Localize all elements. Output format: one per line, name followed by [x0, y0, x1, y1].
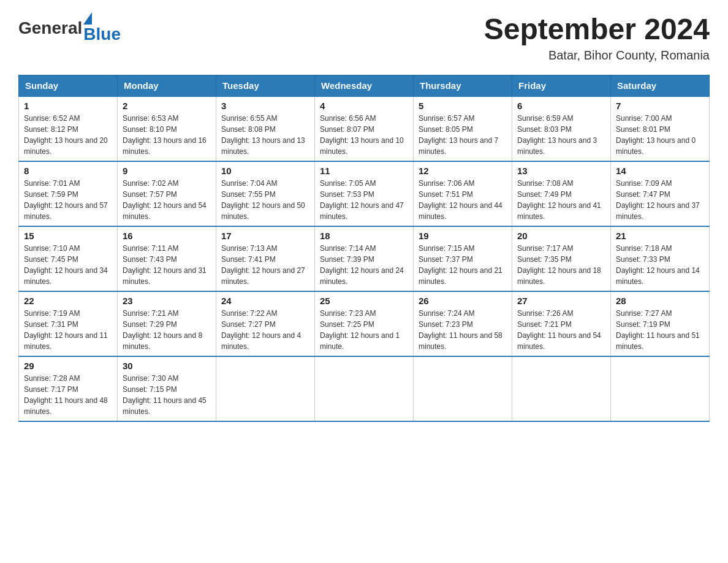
calendar-cell: 23 Sunrise: 7:21 AMSunset: 7:29 PMDaylig…: [118, 291, 216, 356]
day-number: 6: [517, 101, 605, 111]
calendar-week-row: 22 Sunrise: 7:19 AMSunset: 7:31 PMDaylig…: [19, 291, 710, 356]
day-number: 12: [419, 166, 507, 176]
calendar-cell: 22 Sunrise: 7:19 AMSunset: 7:31 PMDaylig…: [19, 291, 118, 356]
location-text: Batar, Bihor County, Romania: [484, 48, 710, 63]
day-number: 27: [517, 296, 605, 306]
calendar-cell: 9 Sunrise: 7:02 AMSunset: 7:57 PMDayligh…: [118, 161, 216, 226]
header-row: Sunday Monday Tuesday Wednesday Thursday…: [19, 75, 710, 97]
day-info: Sunrise: 7:04 AMSunset: 7:55 PMDaylight:…: [221, 179, 305, 221]
calendar-cell: [414, 356, 512, 421]
day-number: 21: [616, 231, 704, 241]
day-info: Sunrise: 6:56 AMSunset: 8:07 PMDaylight:…: [320, 114, 404, 156]
day-info: Sunrise: 7:21 AMSunset: 7:29 PMDaylight:…: [123, 309, 202, 351]
logo: General Blue: [18, 12, 121, 44]
header-sunday: Sunday: [19, 75, 118, 97]
day-number: 13: [517, 166, 605, 176]
header-saturday: Saturday: [611, 75, 710, 97]
day-number: 28: [616, 296, 704, 306]
day-info: Sunrise: 7:06 AMSunset: 7:51 PMDaylight:…: [419, 179, 502, 221]
calendar-week-row: 8 Sunrise: 7:01 AMSunset: 7:59 PMDayligh…: [19, 161, 710, 226]
calendar-cell: 25 Sunrise: 7:23 AMSunset: 7:25 PMDaylig…: [315, 291, 414, 356]
day-number: 8: [24, 166, 112, 176]
calendar-cell: [315, 356, 414, 421]
day-info: Sunrise: 7:15 AMSunset: 7:37 PMDaylight:…: [419, 244, 502, 286]
header-friday: Friday: [512, 75, 611, 97]
day-info: Sunrise: 7:26 AMSunset: 7:21 PMDaylight:…: [517, 309, 601, 351]
day-number: 14: [616, 166, 704, 176]
day-info: Sunrise: 7:18 AMSunset: 7:33 PMDaylight:…: [616, 244, 700, 286]
day-info: Sunrise: 7:24 AMSunset: 7:23 PMDaylight:…: [419, 309, 502, 351]
calendar-cell: 10 Sunrise: 7:04 AMSunset: 7:55 PMDaylig…: [216, 161, 315, 226]
calendar-cell: 16 Sunrise: 7:11 AMSunset: 7:43 PMDaylig…: [118, 226, 216, 291]
day-info: Sunrise: 7:02 AMSunset: 7:57 PMDaylight:…: [123, 179, 207, 221]
day-info: Sunrise: 7:23 AMSunset: 7:25 PMDaylight:…: [320, 309, 400, 351]
calendar-week-row: 29 Sunrise: 7:28 AMSunset: 7:17 PMDaylig…: [19, 356, 710, 421]
day-number: 24: [221, 296, 309, 306]
calendar-cell: 17 Sunrise: 7:13 AMSunset: 7:41 PMDaylig…: [216, 226, 315, 291]
day-number: 3: [221, 101, 309, 111]
day-number: 25: [320, 296, 408, 306]
day-info: Sunrise: 7:13 AMSunset: 7:41 PMDaylight:…: [221, 244, 305, 286]
calendar-cell: 14 Sunrise: 7:09 AMSunset: 7:47 PMDaylig…: [611, 161, 710, 226]
day-number: 20: [517, 231, 605, 241]
calendar-cell: 26 Sunrise: 7:24 AMSunset: 7:23 PMDaylig…: [414, 291, 512, 356]
day-info: Sunrise: 7:17 AMSunset: 7:35 PMDaylight:…: [517, 244, 601, 286]
day-info: Sunrise: 7:01 AMSunset: 7:59 PMDaylight:…: [24, 179, 108, 221]
day-info: Sunrise: 7:30 AMSunset: 7:15 PMDaylight:…: [123, 374, 207, 416]
day-info: Sunrise: 6:59 AMSunset: 8:03 PMDaylight:…: [517, 114, 597, 156]
day-number: 5: [419, 101, 507, 111]
day-number: 10: [221, 166, 309, 176]
calendar-cell: 30 Sunrise: 7:30 AMSunset: 7:15 PMDaylig…: [118, 356, 216, 421]
calendar-cell: 13 Sunrise: 7:08 AMSunset: 7:49 PMDaylig…: [512, 161, 611, 226]
page-header: General Blue September 2024 Batar, Bihor…: [18, 12, 710, 63]
day-number: 17: [221, 231, 309, 241]
calendar-cell: 2 Sunrise: 6:53 AMSunset: 8:10 PMDayligh…: [118, 96, 216, 161]
calendar-cell: 18 Sunrise: 7:14 AMSunset: 7:39 PMDaylig…: [315, 226, 414, 291]
calendar-cell: [611, 356, 710, 421]
day-info: Sunrise: 7:27 AMSunset: 7:19 PMDaylight:…: [616, 309, 700, 351]
day-info: Sunrise: 7:00 AMSunset: 8:01 PMDaylight:…: [616, 114, 696, 156]
calendar-cell: 29 Sunrise: 7:28 AMSunset: 7:17 PMDaylig…: [19, 356, 118, 421]
calendar-cell: 12 Sunrise: 7:06 AMSunset: 7:51 PMDaylig…: [414, 161, 512, 226]
day-info: Sunrise: 7:10 AMSunset: 7:45 PMDaylight:…: [24, 244, 108, 286]
calendar-cell: 19 Sunrise: 7:15 AMSunset: 7:37 PMDaylig…: [414, 226, 512, 291]
calendar-cell: 28 Sunrise: 7:27 AMSunset: 7:19 PMDaylig…: [611, 291, 710, 356]
day-info: Sunrise: 7:14 AMSunset: 7:39 PMDaylight:…: [320, 244, 404, 286]
calendar-cell: [216, 356, 315, 421]
header-tuesday: Tuesday: [216, 75, 315, 97]
day-number: 15: [24, 231, 112, 241]
calendar-cell: [512, 356, 611, 421]
day-number: 29: [24, 361, 112, 371]
day-number: 23: [123, 296, 211, 306]
day-info: Sunrise: 7:28 AMSunset: 7:17 PMDaylight:…: [24, 374, 108, 416]
calendar-cell: 7 Sunrise: 7:00 AMSunset: 8:01 PMDayligh…: [611, 96, 710, 161]
calendar-cell: 27 Sunrise: 7:26 AMSunset: 7:21 PMDaylig…: [512, 291, 611, 356]
logo-general-text: General: [18, 18, 82, 38]
day-info: Sunrise: 6:52 AMSunset: 8:12 PMDaylight:…: [24, 114, 108, 156]
day-number: 4: [320, 101, 408, 111]
calendar-cell: 24 Sunrise: 7:22 AMSunset: 7:27 PMDaylig…: [216, 291, 315, 356]
day-number: 30: [123, 361, 211, 371]
day-info: Sunrise: 7:09 AMSunset: 7:47 PMDaylight:…: [616, 179, 700, 221]
day-info: Sunrise: 6:57 AMSunset: 8:05 PMDaylight:…: [419, 114, 498, 156]
calendar-cell: 6 Sunrise: 6:59 AMSunset: 8:03 PMDayligh…: [512, 96, 611, 161]
day-number: 11: [320, 166, 408, 176]
calendar-cell: 4 Sunrise: 6:56 AMSunset: 8:07 PMDayligh…: [315, 96, 414, 161]
calendar-cell: 20 Sunrise: 7:17 AMSunset: 7:35 PMDaylig…: [512, 226, 611, 291]
day-info: Sunrise: 7:05 AMSunset: 7:53 PMDaylight:…: [320, 179, 404, 221]
day-info: Sunrise: 6:53 AMSunset: 8:10 PMDaylight:…: [123, 114, 207, 156]
day-number: 9: [123, 166, 211, 176]
logo-blue-text: Blue: [83, 25, 121, 44]
calendar-cell: 15 Sunrise: 7:10 AMSunset: 7:45 PMDaylig…: [19, 226, 118, 291]
calendar-cell: 1 Sunrise: 6:52 AMSunset: 8:12 PMDayligh…: [19, 96, 118, 161]
month-title: September 2024: [484, 12, 710, 46]
header-wednesday: Wednesday: [315, 75, 414, 97]
title-section: September 2024 Batar, Bihor County, Roma…: [484, 12, 710, 63]
calendar-week-row: 15 Sunrise: 7:10 AMSunset: 7:45 PMDaylig…: [19, 226, 710, 291]
header-monday: Monday: [118, 75, 216, 97]
day-number: 22: [24, 296, 112, 306]
day-number: 1: [24, 101, 112, 111]
day-number: 7: [616, 101, 704, 111]
day-number: 18: [320, 231, 408, 241]
header-thursday: Thursday: [414, 75, 512, 97]
